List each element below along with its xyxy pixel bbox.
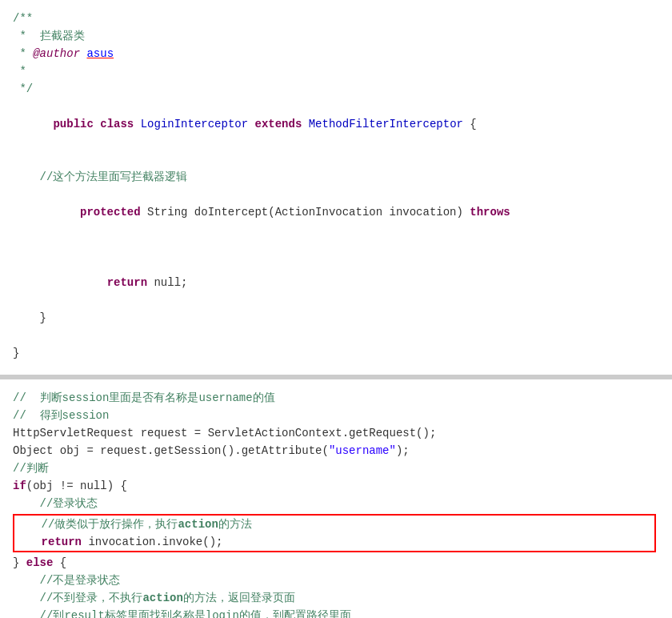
line-b9: return invocation.invoke(); xyxy=(14,533,654,551)
line-b4: Object obj = request.getSession().getAtt… xyxy=(13,442,659,459)
line-b3: HttpServletRequest request = ServletActi… xyxy=(13,424,659,442)
line-blank-2 xyxy=(13,239,659,256)
line-b11: //不是登录状态 xyxy=(13,572,659,589)
line-asterisk: * xyxy=(13,62,659,80)
line-b8: //做类似于放行操作，执行action的方法 xyxy=(14,516,654,533)
line-class-decl: public class LoginInterceptor extends Me… xyxy=(13,98,659,150)
line-b7: //登录状态 xyxy=(13,495,659,512)
line-b5: //判断 xyxy=(13,459,659,477)
line-comment-start: /** xyxy=(13,10,659,27)
line-return-null: return null; xyxy=(13,256,659,309)
line-b2: // 得到session xyxy=(13,407,659,424)
line-b6: if(obj != null) { xyxy=(13,477,659,495)
line-b1: // 判断session里面是否有名称是username的值 xyxy=(13,389,659,407)
line-method-decl: protected String doIntercept(ActionInvoc… xyxy=(13,186,659,239)
code-panel: /** * 拦截器类 * @author asus * */ public cl… xyxy=(0,0,672,618)
line-author: * @author asus xyxy=(13,45,659,62)
line-class-desc: * 拦截器类 xyxy=(13,27,659,45)
line-method-comment: //这个方法里面写拦截器逻辑 xyxy=(13,168,659,186)
line-close-method: } xyxy=(13,309,659,327)
top-panel: /** * 拦截器类 * @author asus * */ public cl… xyxy=(0,0,672,379)
line-comment-end: */ xyxy=(13,80,659,98)
line-blank-1 xyxy=(13,150,659,168)
bottom-panel: // 判断session里面是否有名称是username的值 // 得到sess… xyxy=(0,379,672,618)
line-b13: //到result标签里面找到名称是login的值，到配置路径里面 xyxy=(13,607,659,618)
line-b12: //不到登录，不执行action的方法，返回登录页面 xyxy=(13,589,659,607)
highlight-block-1: //做类似于放行操作，执行action的方法 return invocation… xyxy=(13,514,656,552)
line-b10: } else { xyxy=(13,554,659,572)
line-close-class-top: } xyxy=(13,344,659,362)
line-blank-3 xyxy=(13,327,659,344)
